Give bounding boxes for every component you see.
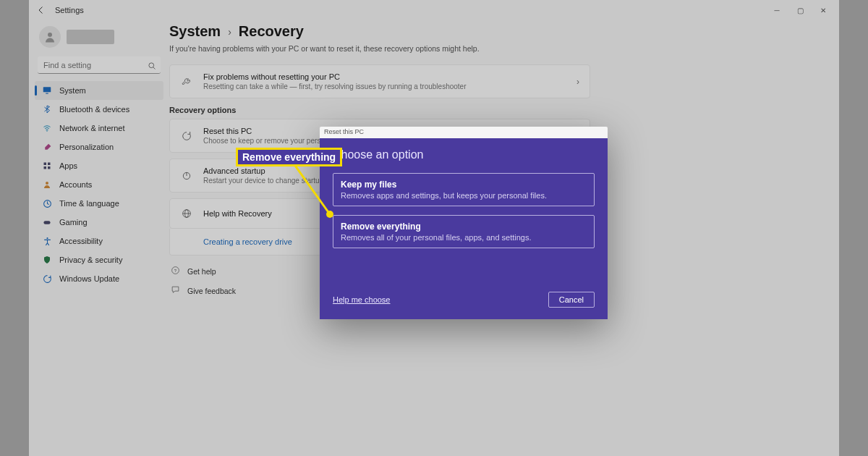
bluetooth-icon (42, 104, 52, 114)
sidebar-item-system[interactable]: System (35, 81, 163, 100)
cancel-button[interactable]: Cancel (548, 292, 595, 308)
option-remove-everything[interactable]: Remove everything Removes all of your pe… (333, 215, 595, 248)
svg-point-10 (46, 182, 48, 185)
sidebar-item-label: Gaming (59, 218, 88, 227)
dialog-heading: Choose an option (333, 148, 595, 161)
sidebar-item-label: Windows Update (59, 274, 119, 283)
user-name-redacted (67, 30, 114, 44)
sidebar-item-label: Accounts (59, 180, 92, 189)
svg-rect-6 (44, 163, 47, 166)
power-icon (180, 170, 193, 182)
section-header: Recovery options (169, 106, 833, 114)
search-icon (148, 60, 156, 73)
crumb-parent[interactable]: System (169, 23, 221, 40)
search-input[interactable] (38, 56, 161, 74)
wrench-icon (180, 76, 193, 88)
link-label: Give feedback (187, 287, 236, 295)
sidebar-item-label: Apps (59, 161, 77, 170)
globe-icon (180, 208, 193, 219)
svg-line-2 (153, 67, 156, 69)
sidebar-item-label: Privacy & security (59, 256, 122, 264)
svg-text:?: ? (174, 269, 177, 273)
reset-icon (180, 130, 193, 142)
sidebar-item-label: Bluetooth & devices (59, 105, 129, 114)
sidebar-item-label: Accessibility (59, 237, 103, 245)
close-button[interactable]: ✕ (812, 2, 835, 18)
sidebar: SystemBluetooth & devicesNetwork & inter… (35, 20, 163, 450)
maximize-button[interactable]: ▢ (788, 2, 812, 18)
option-sub: Removes all of your personal files, apps… (341, 233, 587, 242)
svg-point-0 (48, 33, 52, 37)
callout-label: Remove everything (236, 148, 342, 166)
sidebar-item-time-language[interactable]: Time & language (35, 194, 163, 213)
svg-point-1 (149, 63, 154, 68)
option-sub: Removes apps and settings, but keeps you… (341, 191, 587, 200)
gamepad-icon (42, 217, 52, 227)
sidebar-item-accessibility[interactable]: Accessibility (35, 232, 163, 250)
sidebar-item-gaming[interactable]: Gaming (35, 213, 163, 232)
option-keep-my-files[interactable]: Keep my files Removes apps and settings,… (333, 173, 595, 206)
sidebar-item-privacy-security[interactable]: Privacy & security (35, 250, 163, 269)
grid-icon (42, 161, 52, 171)
reset-pc-dialog: Reset this PC Choose an option Keep my f… (320, 127, 608, 319)
feedback-icon (171, 285, 180, 296)
svg-rect-8 (44, 166, 47, 169)
sidebar-item-windows-update[interactable]: Windows Update (35, 269, 163, 288)
sidebar-item-accounts[interactable]: Accounts (35, 175, 163, 194)
svg-rect-4 (46, 93, 48, 94)
brush-icon (42, 142, 52, 152)
sidebar-item-network-internet[interactable]: Network & internet (35, 119, 163, 138)
svg-rect-12 (43, 221, 50, 224)
sidebar-item-apps[interactable]: Apps (35, 156, 163, 175)
sidebar-item-bluetooth-devices[interactable]: Bluetooth & devices (35, 100, 163, 119)
option-title: Keep my files (341, 180, 587, 190)
search-box[interactable] (38, 56, 161, 74)
card-sub: Resetting can take a while — first, try … (203, 83, 566, 90)
wifi-icon (42, 123, 52, 133)
crumb-current: Recovery (239, 23, 304, 40)
chevron-right-icon: › (576, 77, 579, 87)
sidebar-item-label: Network & internet (59, 124, 124, 132)
callout-dot-icon (326, 211, 333, 218)
svg-point-5 (46, 130, 48, 132)
help-me-choose-link[interactable]: Help me choose (333, 295, 391, 304)
clock-globe-icon (42, 198, 52, 208)
svg-rect-9 (48, 166, 51, 169)
update-icon (42, 274, 52, 284)
avatar (39, 26, 61, 48)
svg-rect-7 (48, 163, 51, 166)
back-button[interactable] (33, 2, 49, 18)
minimize-button[interactable]: ─ (765, 2, 788, 18)
help-icon: ? (171, 266, 180, 276)
svg-rect-3 (43, 87, 51, 92)
monitor-icon (42, 85, 52, 96)
accessibility-icon (42, 236, 52, 246)
page-subtitle: If you're having problems with your PC o… (169, 44, 833, 53)
link-label: Get help (187, 267, 216, 276)
dialog-titlebar: Reset this PC (320, 127, 608, 138)
sidebar-item-label: System (59, 86, 86, 95)
sidebar-item-label: Time & language (59, 199, 119, 208)
svg-point-13 (46, 237, 48, 239)
breadcrumb: System › Recovery (169, 23, 833, 40)
sidebar-item-label: Personalization (59, 143, 114, 151)
window-title: Settings (55, 6, 84, 14)
user-block[interactable] (35, 22, 163, 56)
card-title: Fix problems without resetting your PC (203, 72, 566, 81)
chevron-right-icon: › (228, 26, 231, 38)
card-fix-problems[interactable]: Fix problems without resetting your PC R… (169, 64, 590, 98)
titlebar: Settings ─ ▢ ✕ (29, 0, 839, 20)
option-title: Remove everything (341, 221, 587, 232)
sidebar-item-personalization[interactable]: Personalization (35, 138, 163, 156)
shield-icon (42, 255, 52, 265)
person-icon (42, 180, 52, 190)
